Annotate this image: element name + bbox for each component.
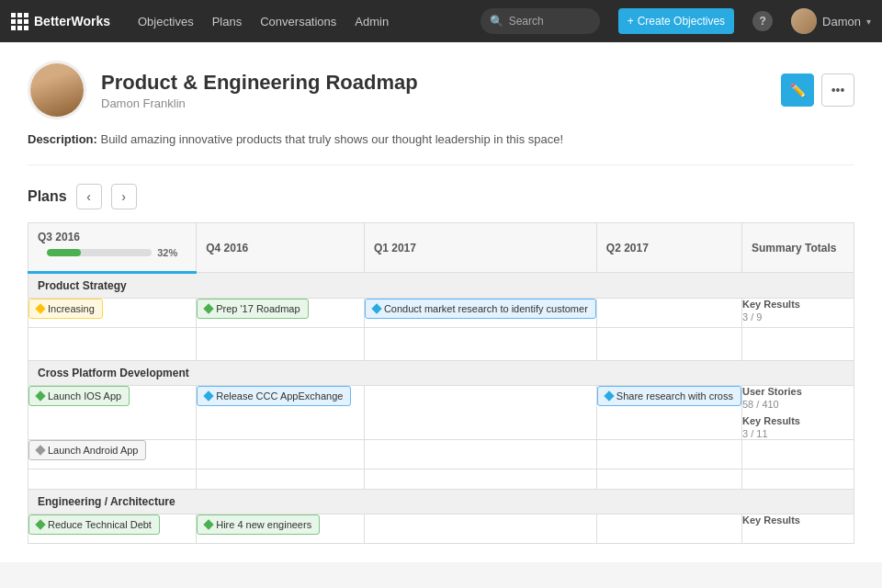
spacer-cell xyxy=(596,469,741,490)
table-row: Launch Android App xyxy=(28,440,854,469)
task-cell-q4-1: Prep '17 Roadmap xyxy=(197,299,365,328)
nav-admin[interactable]: Admin xyxy=(355,15,389,28)
grid-icon xyxy=(11,13,28,30)
table-row: Increasing Prep '17 Roadmap Conduct mark… xyxy=(28,299,854,328)
description-text: Build amazing innovative products that t… xyxy=(100,132,563,146)
summary-label: Key Results xyxy=(742,514,854,526)
progress-fill xyxy=(47,249,81,256)
profile-header: Product & Engineering Roadmap Damon Fran… xyxy=(28,61,854,119)
summary-spacer: Key Results 3 / 11 xyxy=(742,415,854,439)
search-bar[interactable]: 🔍 Search xyxy=(481,8,600,34)
plans-next-button[interactable]: › xyxy=(111,184,137,209)
task-cell-q3-1: Increasing xyxy=(28,299,197,328)
task-bar[interactable]: Conduct market research to identify cust… xyxy=(365,299,596,319)
task-cell-q1-1: Conduct market research to identify cust… xyxy=(364,299,596,328)
diamond-icon xyxy=(204,390,214,401)
task-bar[interactable]: Release CCC AppExchange xyxy=(197,386,351,406)
col-header-summary: Summary Totals xyxy=(741,223,854,273)
task-cell-q1-3 xyxy=(364,440,596,469)
spacer-cell xyxy=(596,328,741,361)
task-cell-q2-4 xyxy=(596,514,741,544)
main-content: Product & Engineering Roadmap Damon Fran… xyxy=(0,42,882,562)
nav-conversations[interactable]: Conversations xyxy=(260,15,336,28)
profile-name: Product & Engineering Roadmap xyxy=(101,71,766,95)
summary-label: Key Results xyxy=(742,299,854,310)
profile-info: Product & Engineering Roadmap Damon Fran… xyxy=(101,71,766,110)
spacer-cell xyxy=(364,469,596,490)
task-label: Launch IOS App xyxy=(48,390,121,401)
task-cell-q2-1 xyxy=(596,299,741,328)
help-button[interactable]: ? xyxy=(752,11,773,31)
plans-header: Plans ‹ › xyxy=(28,184,854,209)
summary-label: User Stories xyxy=(742,386,854,397)
navbar: BetterWorks Objectives Plans Conversatio… xyxy=(0,0,882,42)
diamond-icon xyxy=(204,519,214,529)
task-label: Increasing xyxy=(48,303,95,314)
edit-button[interactable]: ✏️ xyxy=(781,74,814,107)
task-label: Launch Android App xyxy=(48,445,138,456)
progress-bar xyxy=(47,249,152,256)
nav-objectives[interactable]: Objectives xyxy=(138,15,194,28)
spacer-cell xyxy=(741,469,854,490)
table-row: Launch IOS App Release CCC AppExchange S… xyxy=(28,386,854,440)
summary-value: 58 / 410 xyxy=(742,399,854,410)
summary-value: 3 / 9 xyxy=(742,311,854,322)
task-cell-q3-2: Launch IOS App xyxy=(28,386,197,440)
task-bar[interactable]: Prep '17 Roadmap xyxy=(197,299,308,319)
spacer-cell xyxy=(28,328,197,361)
task-bar[interactable]: Increasing xyxy=(28,299,103,319)
col-header-q1: Q1 2017 xyxy=(364,223,596,273)
spacer-cell xyxy=(197,328,365,361)
col-header-q3: Q3 2016 32% xyxy=(28,223,197,273)
profile-avatar xyxy=(28,61,86,119)
user-name: Damon xyxy=(822,15,861,28)
diamond-icon xyxy=(204,303,214,313)
diamond-icon xyxy=(35,519,45,529)
section-cross-platform: Cross Platform Development xyxy=(28,361,854,386)
search-placeholder: Search xyxy=(509,15,544,28)
task-cell-q1-4 xyxy=(364,514,596,544)
q3-label: Q3 2016 xyxy=(38,231,80,243)
logo-text: BetterWorks xyxy=(34,14,110,28)
spacer-cell xyxy=(197,469,365,490)
spacer-cell xyxy=(364,328,596,361)
task-cell-q3-3: Launch Android App xyxy=(28,440,197,469)
section-label: Engineering / Architecture xyxy=(28,490,854,514)
task-cell-q2-2: Share research with cross xyxy=(596,386,741,440)
summary-cell-2: User Stories 58 / 410 Key Results 3 / 11 xyxy=(741,386,854,440)
summary-cell-3 xyxy=(741,440,854,469)
nav-plans[interactable]: Plans xyxy=(212,15,243,28)
summary-cell-1: Key Results 3 / 9 xyxy=(741,299,854,328)
section-engineering: Engineering / Architecture xyxy=(28,490,854,514)
task-cell-q4-3 xyxy=(197,440,365,469)
task-cell-q4-2: Release CCC AppExchange xyxy=(197,386,365,440)
create-plus-icon: + xyxy=(628,15,634,28)
create-label: Create Objectives xyxy=(638,15,725,28)
col-header-q4: Q4 2016 xyxy=(197,223,365,273)
section-label: Product Strategy xyxy=(28,273,854,299)
avatar xyxy=(791,8,817,34)
task-bar[interactable]: Launch Android App xyxy=(28,440,146,460)
avatar-image xyxy=(791,8,817,34)
spacer-row xyxy=(28,328,854,361)
table-row: Reduce Technical Debt Hire 4 new enginee… xyxy=(28,514,854,544)
task-cell-q2-3 xyxy=(596,440,741,469)
task-bar[interactable]: Share research with cross xyxy=(597,386,741,406)
spacer-cell xyxy=(28,469,197,490)
more-options-button[interactable]: ••• xyxy=(821,74,854,107)
summary-cell-4: Key Results xyxy=(741,514,854,544)
chevron-down-icon: ▾ xyxy=(866,17,871,27)
task-bar[interactable]: Reduce Technical Debt xyxy=(28,514,160,535)
col-header-q2: Q2 2017 xyxy=(596,223,741,273)
user-menu[interactable]: Damon ▾ xyxy=(791,8,871,34)
diamond-icon xyxy=(35,390,45,401)
task-label: Release CCC AppExchange xyxy=(216,390,343,401)
help-icon: ? xyxy=(759,15,765,28)
plans-prev-button[interactable]: ‹ xyxy=(76,184,102,209)
diamond-icon xyxy=(604,390,614,401)
create-objectives-button[interactable]: + Create Objectives xyxy=(618,8,734,34)
task-bar[interactable]: Launch IOS App xyxy=(28,386,130,406)
task-bar[interactable]: Hire 4 new engineers xyxy=(197,514,320,535)
logo[interactable]: BetterWorks xyxy=(11,13,110,30)
plans-title: Plans xyxy=(28,188,67,205)
